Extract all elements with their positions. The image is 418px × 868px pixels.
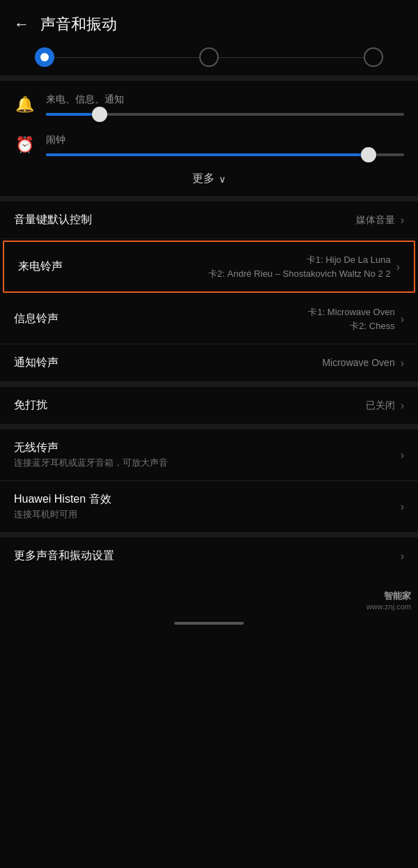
alarm-slider-row: ⏰ 闹钟 xyxy=(0,121,418,162)
more-label: 更多 xyxy=(192,172,215,186)
tab-divider-2 xyxy=(219,57,364,58)
alarm-slider-fill xyxy=(46,153,369,156)
volume-section: 🔔 来电、信息、通知 ⏰ 闹钟 更多 ∨ xyxy=(0,81,418,196)
do-not-disturb-arrow: › xyxy=(401,399,404,412)
notification-tone-arrow: › xyxy=(401,357,404,370)
ringtone-row[interactable]: 来电铃声 卡1: Hijo De La Luna 卡2: André Rieu … xyxy=(3,241,415,293)
histen-right: › xyxy=(401,501,404,513)
tab-2[interactable] xyxy=(199,47,219,67)
volume-key-right: 媒体音量 › xyxy=(356,213,404,227)
ringtone-value-1: 卡1: Hijo De La Luna xyxy=(208,253,391,267)
notification-tone-value: Microwave Oven xyxy=(322,356,394,370)
volume-key-label: 音量键默认控制 xyxy=(14,213,92,225)
bottom-bar xyxy=(0,616,418,629)
divider-1 xyxy=(0,75,418,81)
tab-1[interactable] xyxy=(35,47,54,67)
divider-4 xyxy=(0,424,418,429)
do-not-disturb-left: 免打扰 xyxy=(14,398,366,413)
wireless-audio-right: › xyxy=(401,449,404,462)
alarm-slider-content: 闹钟 xyxy=(46,134,404,156)
ringtone-value-2: 卡2: André Rieu – Shostakovich Waltz No 2… xyxy=(208,267,391,281)
alarm-icon: ⏰ xyxy=(14,136,35,154)
volume-key-value: 媒体音量 xyxy=(356,213,395,227)
message-tone-value-2: 卡2: Chess xyxy=(308,319,394,333)
footer-logo: 智能家 www.znj.com xyxy=(366,590,411,611)
histen-arrow: › xyxy=(401,501,404,513)
wireless-audio-arrow: › xyxy=(401,449,404,462)
alarm-slider-track[interactable] xyxy=(46,153,404,156)
message-tone-left: 信息铃声 xyxy=(14,312,308,326)
do-not-disturb-label: 免打扰 xyxy=(14,399,47,411)
menu-section-4: 更多声音和振动设置 › xyxy=(0,538,418,574)
header: ← 声音和振动 xyxy=(0,0,418,42)
message-tone-row[interactable]: 信息铃声 卡1: Microwave Oven 卡2: Chess › xyxy=(0,294,418,344)
more-button[interactable]: 更多 ∨ xyxy=(0,162,418,196)
do-not-disturb-row[interactable]: 免打扰 已关闭 › xyxy=(0,387,418,424)
ringtone-left: 来电铃声 xyxy=(18,259,208,274)
wireless-audio-row[interactable]: 无线传声 连接蓝牙耳机或蓝牙音箱，可放大声音 › xyxy=(0,429,418,481)
notification-tone-row[interactable]: 通知铃声 Microwave Oven › xyxy=(0,344,418,381)
message-tone-value-1: 卡1: Microwave Oven xyxy=(308,305,394,319)
footer: 智能家 www.znj.com xyxy=(0,595,418,616)
notification-slider-track[interactable] xyxy=(46,113,404,116)
footer-logo-main: 智能家 xyxy=(366,590,411,602)
ringtone-values: 卡1: Hijo De La Luna 卡2: André Rieu – Sho… xyxy=(208,253,391,280)
notification-slider-thumb[interactable] xyxy=(92,107,107,122)
histen-sublabel: 连接耳机时可用 xyxy=(14,508,401,521)
back-button[interactable]: ← xyxy=(14,15,29,33)
volume-key-row[interactable]: 音量键默认控制 媒体音量 › xyxy=(0,201,418,239)
page-title: 声音和振动 xyxy=(40,14,117,35)
notification-label: 来电、信息、通知 xyxy=(46,93,404,106)
ringtone-label: 来电铃声 xyxy=(18,260,63,272)
divider-5 xyxy=(0,532,418,538)
chevron-down-icon: ∨ xyxy=(219,174,226,185)
divider-2 xyxy=(0,196,418,201)
wireless-audio-label: 无线传声 xyxy=(14,441,401,455)
more-sound-arrow: › xyxy=(401,550,404,563)
more-sound-left: 更多声音和振动设置 xyxy=(14,549,401,563)
do-not-disturb-right: 已关闭 › xyxy=(366,399,404,413)
bottom-indicator xyxy=(174,622,244,625)
footer-logo-url: www.znj.com xyxy=(366,602,411,611)
histen-left: Huawei Histen 音效 连接耳机时可用 xyxy=(14,492,401,521)
divider-3 xyxy=(0,381,418,387)
message-tone-arrow: › xyxy=(401,313,404,326)
tab-divider-1 xyxy=(54,57,199,58)
message-tone-values: 卡1: Microwave Oven 卡2: Chess xyxy=(308,305,394,333)
volume-key-arrow: › xyxy=(401,214,404,227)
alarm-label: 闹钟 xyxy=(46,134,404,146)
more-sound-row[interactable]: 更多声音和振动设置 › xyxy=(0,538,418,574)
message-tone-right: 卡1: Microwave Oven 卡2: Chess › xyxy=(308,305,404,333)
notification-slider-row: 🔔 来电、信息、通知 xyxy=(0,81,418,121)
histen-row[interactable]: Huawei Histen 音效 连接耳机时可用 › xyxy=(0,481,418,532)
ringtone-right: 卡1: Hijo De La Luna 卡2: André Rieu – Sho… xyxy=(208,253,400,280)
histen-label: Huawei Histen 音效 xyxy=(14,492,401,507)
message-tone-label: 信息铃声 xyxy=(14,312,59,324)
notification-tone-left: 通知铃声 xyxy=(14,356,322,370)
notification-tone-label: 通知铃声 xyxy=(14,356,59,368)
ringtone-arrow: › xyxy=(396,261,400,273)
notification-tone-right: Microwave Oven › xyxy=(322,356,404,370)
tabs-row xyxy=(0,42,418,75)
menu-section-1: 音量键默认控制 媒体音量 › 来电铃声 卡1: Hijo De La Luna … xyxy=(0,201,418,381)
menu-section-3: 无线传声 连接蓝牙耳机或蓝牙音箱，可放大声音 › Huawei Histen 音… xyxy=(0,429,418,532)
volume-key-left: 音量键默认控制 xyxy=(14,213,356,227)
bell-icon: 🔔 xyxy=(14,96,35,114)
notification-slider-content: 来电、信息、通知 xyxy=(46,93,404,116)
do-not-disturb-value: 已关闭 xyxy=(366,399,395,413)
wireless-audio-sublabel: 连接蓝牙耳机或蓝牙音箱，可放大声音 xyxy=(14,457,401,469)
more-sound-right: › xyxy=(401,550,404,563)
more-sound-label: 更多声音和振动设置 xyxy=(14,549,114,561)
alarm-slider-thumb[interactable] xyxy=(361,147,376,162)
tab-3[interactable] xyxy=(364,47,383,67)
menu-section-2: 免打扰 已关闭 › xyxy=(0,387,418,424)
wireless-audio-left: 无线传声 连接蓝牙耳机或蓝牙音箱，可放大声音 xyxy=(14,441,401,469)
